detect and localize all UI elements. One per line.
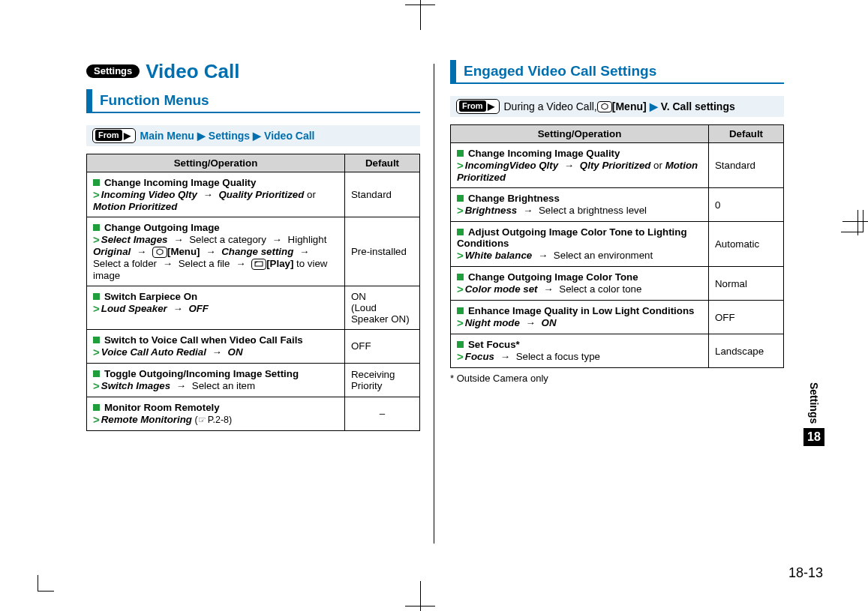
bullet-square-icon xyxy=(93,293,100,300)
breadcrumb-item: Settings xyxy=(209,130,250,142)
row-steps: >White balance → Select an environment xyxy=(457,249,702,262)
chevron-right-icon: ▶ xyxy=(253,130,261,142)
chevron-right-icon: ▶ xyxy=(650,100,658,112)
col-header-operation: Setting/Operation xyxy=(87,154,345,172)
table-row: Toggle Outgoing/Incoming Image Setting>S… xyxy=(87,363,420,397)
breadcrumb-item: Main Menu xyxy=(140,130,194,142)
crop-corner xyxy=(38,575,54,592)
table-row: Enhance Image Quality in Low Light Condi… xyxy=(451,301,784,334)
right-column: Engaged Video Call Settings From ▶ Durin… xyxy=(450,60,784,431)
section-title-text: Engaged Video Call Settings xyxy=(450,60,656,84)
from-badge: From ▶ xyxy=(92,128,136,143)
section-heading-function-menus: Function Menus xyxy=(86,89,420,113)
col-header-default: Default xyxy=(709,125,784,143)
row-steps: >Switch Images → Select an item xyxy=(93,379,338,392)
row-steps: >Select Images → Select a category → Hig… xyxy=(93,233,338,281)
play-arrow-icon: ▶ xyxy=(124,130,131,141)
cell-operation: Change Incoming Image Quality>Incoming V… xyxy=(87,172,345,217)
cell-default: – xyxy=(345,397,420,430)
col-header-operation: Setting/Operation xyxy=(451,125,709,143)
menu-key-icon xyxy=(597,101,612,112)
crop-mark xyxy=(857,210,858,235)
row-title: Enhance Image Quality in Low Light Condi… xyxy=(468,305,694,316)
table-row: Change Incoming Image Quality>IncomingVi… xyxy=(451,143,784,188)
left-column: Settings Video Call Function Menus From … xyxy=(86,60,420,431)
cell-default: Pre-installed xyxy=(345,217,420,286)
cell-operation: Change Incoming Image Quality>IncomingVi… xyxy=(451,143,709,188)
breadcrumb-item: Video Call xyxy=(264,130,314,142)
chevron-right-icon: ▶ xyxy=(197,130,206,142)
cell-operation: Change Outgoing Image Color Tone>Color m… xyxy=(451,267,709,301)
side-tab-chapter: 18 xyxy=(803,428,824,446)
row-steps: >Brightness → Select a brightness level xyxy=(457,204,702,217)
cell-operation: Switch Earpiece On>Loud Speaker → OFF xyxy=(87,286,345,329)
menu-label: [Menu] xyxy=(612,100,647,112)
bullet-square-icon xyxy=(93,337,100,343)
row-steps: >Focus → Select a focus type xyxy=(457,350,702,363)
cell-default: OFF xyxy=(709,301,784,334)
breadcrumb-from: From ▶ Main Menu▶Settings▶Video Call xyxy=(86,125,420,146)
bullet-square-icon xyxy=(457,341,464,348)
crop-mark xyxy=(842,221,868,222)
bullet-square-icon xyxy=(457,150,464,157)
cell-default: Landscape xyxy=(709,334,784,368)
play-arrow-icon: ▶ xyxy=(488,101,494,112)
cell-operation: Switch to Voice Call when Video Call Fai… xyxy=(87,329,345,363)
row-steps: >IncomingVideo Qlty → Qlty Prioritized o… xyxy=(457,159,702,183)
settings-table-right: Setting/Operation Default Change Incomin… xyxy=(450,124,784,368)
table-row: Set Focus*>Focus → Select a focus typeLa… xyxy=(451,334,784,368)
cell-default: OFF xyxy=(345,329,420,363)
row-title: Switch Earpiece On xyxy=(104,291,197,302)
crop-mark xyxy=(420,0,421,30)
side-tab: Settings 18 xyxy=(803,382,824,446)
cell-default: Normal xyxy=(709,267,784,301)
side-tab-label: Settings xyxy=(808,382,820,424)
table-row: Adjust Outgoing Image Color Tone to Ligh… xyxy=(451,222,784,267)
settings-badge: Settings xyxy=(86,64,140,78)
table-row: Switch to Voice Call when Video Call Fai… xyxy=(87,329,420,363)
row-title: Toggle Outgoing/Incoming Image Setting xyxy=(104,368,299,379)
bullet-square-icon xyxy=(457,274,464,280)
cell-operation: Monitor Room Remotely>Remote Monitoring … xyxy=(87,397,345,430)
row-steps: >Loud Speaker → OFF xyxy=(93,302,338,315)
row-steps: >Night mode → ON xyxy=(457,316,702,329)
cell-default: ON(Loud Speaker ON) xyxy=(345,286,420,329)
row-title: Set Focus* xyxy=(468,339,520,350)
from-badge: From ▶ xyxy=(456,99,500,114)
page-content: Settings Video Call Function Menus From … xyxy=(86,60,784,431)
cell-operation: Adjust Outgoing Image Color Tone to Ligh… xyxy=(451,222,709,267)
bullet-square-icon xyxy=(457,229,464,235)
bullet-square-icon xyxy=(93,224,100,231)
table-row: Change Incoming Image Quality>Incoming V… xyxy=(87,172,420,217)
cell-default: 0 xyxy=(709,188,784,222)
cell-operation: Set Focus*>Focus → Select a focus type xyxy=(451,334,709,368)
section-heading-engaged: Engaged Video Call Settings xyxy=(450,60,784,84)
row-steps: >Remote Monitoring (☞P.2-8) xyxy=(93,413,338,426)
cell-default: Receiving Priority xyxy=(345,363,420,397)
row-steps: >Voice Call Auto Redial → ON xyxy=(93,346,338,358)
row-title: Switch to Voice Call when Video Call Fai… xyxy=(104,334,303,346)
row-title: Change Incoming Image Quality xyxy=(104,177,256,188)
row-steps: >Color mode set → Select a color tone xyxy=(457,283,702,295)
crop-mark xyxy=(420,581,421,611)
table-row: Change Brightness>Brightness → Select a … xyxy=(451,188,784,222)
bullet-square-icon xyxy=(457,307,464,314)
table-row: Monitor Room Remotely>Remote Monitoring … xyxy=(87,397,420,430)
page-number: 18-13 xyxy=(788,565,823,581)
section-title-text: Function Menus xyxy=(86,89,209,113)
cell-operation: Change Outgoing Image>Select Images → Se… xyxy=(87,217,345,286)
row-steps: >Incoming Video Qlty → Quality Prioritiz… xyxy=(93,188,338,212)
cell-default: Standard xyxy=(345,172,420,217)
cell-default: Standard xyxy=(709,143,784,188)
cell-default: Automatic xyxy=(709,222,784,267)
breadcrumb-path: Main Menu▶Settings▶Video Call xyxy=(140,130,315,142)
breadcrumb-tail: V. Call settings xyxy=(661,100,735,112)
page-heading: Settings Video Call xyxy=(86,60,420,83)
bullet-square-icon xyxy=(93,404,100,411)
col-header-default: Default xyxy=(345,154,420,172)
bullet-square-icon xyxy=(93,179,100,186)
row-title: Change Incoming Image Quality xyxy=(468,148,620,159)
bullet-square-icon xyxy=(457,195,464,202)
cell-operation: Enhance Image Quality in Low Light Condi… xyxy=(451,301,709,334)
row-title: Monitor Room Remotely xyxy=(104,402,220,413)
